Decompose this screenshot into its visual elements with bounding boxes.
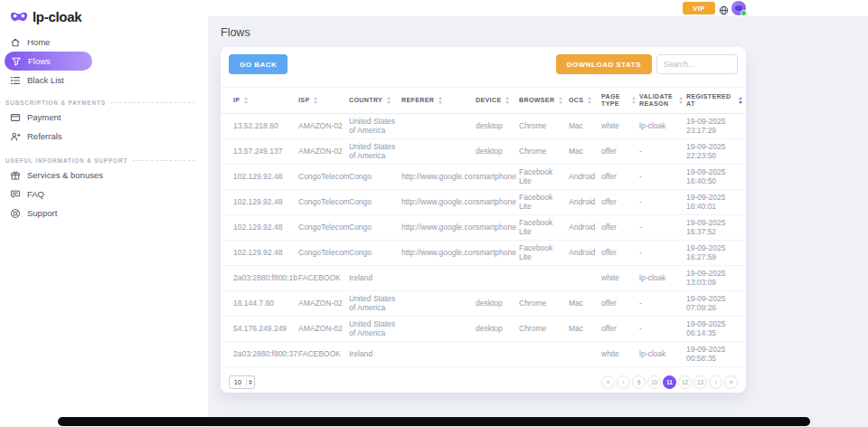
sidebar-item-label: Flows (28, 56, 51, 66)
table-cell: 19-09-2025 06:14:35 (686, 317, 746, 341)
table-cell: Chrome (519, 139, 569, 164)
page-13-button[interactable]: 13 (693, 375, 707, 389)
column-label: ISP (298, 97, 309, 105)
credit-card-icon (10, 112, 21, 123)
column-header-browser[interactable]: BROWSER (519, 88, 569, 113)
sidebar-item-label: Home (27, 37, 50, 47)
table-cell: http://www.google.com/ (401, 165, 476, 189)
sidebar-item-payment[interactable]: Payment (0, 108, 208, 127)
user-avatar[interactable] (731, 1, 746, 15)
column-label: OCS (569, 97, 583, 105)
table-cell: Android (569, 165, 601, 189)
column-header-registered-at[interactable]: REGISTERED AT (686, 88, 746, 113)
column-header-isp[interactable]: ISP (298, 88, 349, 113)
prev-page-button[interactable]: ‹ (617, 375, 630, 389)
column-header-device[interactable]: DEVICE (476, 88, 519, 113)
sort-icon[interactable] (505, 97, 509, 104)
sidebar-item-referrals[interactable]: Referrals (0, 127, 208, 146)
page-11-button[interactable]: 11 (663, 375, 676, 389)
sidebar-item-support[interactable]: Support (0, 204, 208, 223)
table-cell: - (639, 241, 686, 265)
page-size-select[interactable]: 10 (229, 375, 255, 389)
page-9-button[interactable]: 9 (632, 375, 646, 389)
flows-card: GO BACK DOWNLOAD STATS IPISPCOUNTRYREFER… (221, 47, 746, 393)
table-cell: 19-09-2025 22:23:50 (686, 139, 746, 164)
table-cell: Congo (349, 241, 401, 265)
table-cell: - (639, 165, 686, 189)
table-cell (401, 114, 476, 138)
chat-icon (10, 189, 21, 200)
gift-icon (10, 170, 21, 181)
section-label: SUBSCRIPTION & PAYMENTS (5, 100, 106, 106)
table-cell: 18.144.7.80 (233, 291, 298, 316)
table-cell: Android (569, 215, 601, 240)
table-cell: desktop (476, 114, 519, 138)
last-page-button[interactable]: » (724, 375, 738, 389)
table-cell: CongoTelecom (298, 165, 349, 189)
table-cell: Congo (349, 190, 401, 214)
sort-icon[interactable] (739, 97, 742, 104)
table-cell: desktop (476, 317, 519, 341)
sidebar-item-faq[interactable]: FAQ (0, 185, 208, 204)
table-cell: 19-09-2025 07:09:26 (686, 291, 746, 316)
table-cell (569, 342, 601, 366)
table-cell: 19-09-2025 16:40:50 (686, 165, 746, 189)
sort-icon[interactable] (559, 97, 562, 104)
sort-icon[interactable] (588, 97, 591, 104)
sidebar-item-flows[interactable]: Flows (5, 52, 92, 71)
table-cell: 13.52.218.60 (233, 114, 298, 138)
table-cell: 19-09-2025 00:58:35 (686, 342, 746, 366)
table-cell: Facebook Lite (519, 215, 569, 240)
table-cell: white (601, 342, 639, 366)
column-label: REFERER (401, 97, 434, 105)
table-cell: 19-09-2025 16:27:59 (686, 241, 746, 265)
table-cell: offer (601, 241, 639, 265)
table-cell: Android (569, 241, 601, 265)
table-cell (401, 291, 476, 316)
column-header-country[interactable]: COUNTRY (349, 88, 401, 113)
table-row: 2a03:2880:f800:1b::FACEBOOKIrelandwhitel… (221, 266, 746, 291)
column-header-referer[interactable]: REFERER (401, 88, 476, 113)
page-12-button[interactable]: 12 (678, 375, 692, 389)
table-cell: http://www.google.com/ (401, 215, 476, 240)
search-input[interactable] (656, 54, 738, 74)
sort-icon[interactable] (387, 97, 391, 104)
table-cell: smartphone (476, 215, 519, 240)
sort-icon[interactable] (314, 97, 317, 104)
column-header-ip[interactable]: IP (233, 88, 298, 113)
sort-icon[interactable] (632, 97, 636, 104)
page-10-button[interactable]: 10 (647, 375, 661, 389)
table-cell: 19-09-2025 16:40:01 (686, 190, 746, 214)
column-header-page-type[interactable]: PAGE TYPE (601, 88, 639, 113)
table-cell: AMAZON-02 (298, 139, 349, 164)
sidebar-item-black-list[interactable]: Black List (0, 71, 208, 90)
column-label: REGISTERED AT (686, 93, 734, 109)
table-cell: 19-09-2025 23:17:29 (686, 114, 746, 138)
table-cell: Chrome (519, 317, 569, 341)
table-cell: desktop (476, 139, 519, 164)
table-cell: offer (601, 139, 639, 164)
sort-icon[interactable] (679, 97, 683, 104)
table-cell: 19-09-2025 16:37:52 (686, 215, 746, 240)
table-cell: - (639, 190, 686, 214)
sort-icon[interactable] (439, 97, 442, 104)
column-label: IP (233, 97, 240, 105)
sort-icon[interactable] (244, 97, 248, 104)
sidebar-item-services-bonuses[interactable]: Services & bonuses (0, 166, 208, 185)
go-back-button[interactable]: GO BACK (229, 54, 288, 74)
next-page-button[interactable]: › (709, 375, 722, 389)
language-globe-icon[interactable] (719, 3, 729, 13)
card-toolbar: GO BACK DOWNLOAD STATS (221, 47, 746, 74)
download-stats-button[interactable]: DOWNLOAD STATS (556, 54, 652, 74)
sidebar-item-home[interactable]: Home (0, 33, 208, 52)
table-cell: 102.129.92.48 (233, 241, 298, 265)
table-cell: Chrome (519, 114, 569, 138)
column-header-validate-reason[interactable]: VALIDATE REASON (639, 88, 686, 113)
column-header-ocs[interactable]: OCS (569, 88, 601, 113)
user-plus-icon (10, 131, 21, 142)
table-row: 102.129.92.48CongoTelecomCongohttp://www… (221, 190, 746, 215)
logo[interactable]: lp-cloak (0, 0, 208, 27)
table-cell: - (639, 317, 686, 341)
vip-button[interactable]: VIP (683, 2, 715, 14)
first-page-button[interactable]: « (601, 375, 615, 389)
